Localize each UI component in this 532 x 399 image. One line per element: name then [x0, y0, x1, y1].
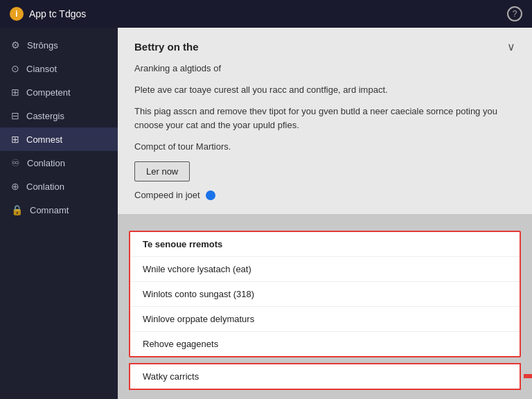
- sidebar-item-label: Castergis: [26, 111, 64, 121]
- paragraph1b: Plete ave car toaye curest all you racc …: [134, 83, 515, 98]
- content-area: Bettry on the ∨ Aranking a algtiods of P…: [118, 28, 532, 399]
- sidebar-item-comnest[interactable]: ⊞ Comnest: [0, 127, 118, 151]
- comnest-icon: ⊞: [11, 134, 19, 145]
- paragraph2: This piag asscn and remove thev tipot fo…: [134, 105, 515, 134]
- red-arrow-indicator: [524, 369, 532, 384]
- settings-icon: ⚙: [11, 39, 20, 51]
- inner-gap: [129, 357, 521, 363]
- title-bar-left: i App tc Tdgos: [10, 7, 86, 21]
- dropdown-item-4[interactable]: Rehove egagenets: [130, 332, 520, 356]
- conlation1-icon: ♾: [11, 157, 20, 168]
- section-body: Aranking a algtiods of Plete ave car toa…: [134, 62, 515, 203]
- sidebar-item-comnamt[interactable]: 🔒 Comnamt: [0, 198, 118, 222]
- ciansot-icon: ⊙: [11, 63, 19, 74]
- section-header: Bettry on the ∨: [134, 40, 515, 53]
- svg-rect-0: [524, 374, 532, 378]
- radio-button[interactable]: [206, 190, 215, 200]
- dropdown-container: Te senoue rremots Wnile vchore lysatach …: [118, 217, 532, 397]
- sidebar-item-conlation1[interactable]: ♾ Conlation: [0, 151, 118, 175]
- sidebar: ⚙ Strōngs ⊙ Ciansot ⊞ Competent ⊟ Caster…: [0, 28, 118, 399]
- sidebar-item-label: Comnest: [26, 134, 62, 145]
- paragraph3: Compct of tour Martiors.: [134, 140, 515, 154]
- sidebar-item-competent[interactable]: ⊞ Competent: [0, 80, 118, 104]
- sidebar-item-label: Comnamt: [30, 205, 69, 215]
- dropdown-item-3[interactable]: Winlove orppate delymaturs: [130, 307, 520, 332]
- section-card: Bettry on the ∨ Aranking a algtiods of P…: [118, 28, 532, 214]
- sidebar-item-label: Competent: [26, 87, 71, 98]
- radio-label: Compeed in joet: [134, 188, 200, 203]
- arrow-item[interactable]: Watky carricts: [129, 363, 521, 390]
- conlation2-icon: ⊕: [11, 181, 19, 192]
- sidebar-item-label: Conlation: [26, 181, 64, 192]
- help-button[interactable]: ?: [507, 6, 522, 21]
- section-title: Bettry on the: [134, 41, 199, 53]
- comnamt-icon: 🔒: [11, 204, 23, 215]
- learn-now-button[interactable]: Ler now: [134, 161, 190, 181]
- paragraph1a: Aranking a algtiods of: [134, 62, 515, 76]
- dropdown-list: Te senoue rremots Wnile vchore lysatach …: [129, 231, 521, 357]
- dropdown-item-0[interactable]: Te senoue rremots: [130, 232, 520, 257]
- dropdown-item-1[interactable]: Wnile vchore lysatach (eat): [130, 257, 520, 282]
- app-title: App tc Tdgos: [29, 8, 86, 19]
- sidebar-item-label: Strōngs: [27, 40, 58, 51]
- radio-row: Compeed in joet: [134, 188, 515, 203]
- competent-icon: ⊞: [11, 87, 19, 98]
- title-bar: i App tc Tdgos ?: [0, 0, 532, 28]
- castergis-icon: ⊟: [11, 110, 19, 121]
- dropdown-item-2[interactable]: Winlots conto sungast (318): [130, 282, 520, 307]
- sidebar-item-label: Ciansot: [26, 64, 57, 74]
- sidebar-item-settings[interactable]: ⚙ Strōngs: [0, 33, 118, 57]
- chevron-down-icon[interactable]: ∨: [507, 40, 515, 53]
- main-layout: ⚙ Strōngs ⊙ Ciansot ⊞ Competent ⊟ Caster…: [0, 28, 532, 399]
- sidebar-item-conlation2[interactable]: ⊕ Conlation: [0, 175, 118, 198]
- app-icon: i: [10, 7, 24, 21]
- red-arrow-svg: [524, 369, 532, 384]
- sidebar-item-castergis[interactable]: ⊟ Castergis: [0, 104, 118, 127]
- sidebar-item-label: Conlation: [27, 158, 65, 168]
- arrow-item-container: Watky carricts: [129, 363, 521, 390]
- sidebar-item-ciansot[interactable]: ⊙ Ciansot: [0, 57, 118, 80]
